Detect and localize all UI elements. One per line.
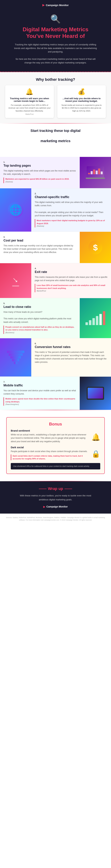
metric-6-title: Conversion funnel rates (35, 345, 108, 349)
metric-7-desc: You can track the browser and device you… (3, 389, 76, 396)
metric-1-visual (80, 157, 111, 188)
brand-sentiment-icon: 🔔 (91, 433, 100, 441)
metric-2-source: (Statista) (37, 225, 108, 227)
wrap-logo: ▶ Campaign Monitor (5, 505, 106, 508)
tracking-section: Start tracking these top digital marketi… (0, 124, 111, 157)
metric-7-source: (Searchengines) (5, 403, 76, 406)
why-cards: 🔔 Tracking metrics will warn you when ce… (5, 85, 106, 118)
funnel-visual (7, 351, 24, 364)
why-section: Why bother tracking? 🔔 Tracking metrics … (0, 72, 111, 123)
header: ▶ Campaign Monitor (0, 0, 111, 11)
metric-4-number: 4. (35, 268, 108, 270)
why-heading: Why bother tracking? (5, 77, 106, 82)
metric-3-desc: This metric is the average monthly cost … (3, 244, 76, 254)
metric-3-visual: $ (80, 232, 111, 263)
arrow-symbol: → (9, 273, 22, 286)
bar-6 (103, 311, 105, 325)
metric-4-desc: This metric measures the percent of visi… (35, 276, 108, 282)
dollar-icon: $ (88, 241, 102, 254)
globe-symbol: 🌐 (9, 204, 22, 216)
logo-icon: ▶ (43, 3, 45, 7)
metric-4-highlight: Less than 20% of small businesses use we… (35, 284, 108, 292)
bonus-item-2-text-col: People participate in dark social when t… (11, 450, 89, 460)
metric-7-visual (80, 377, 111, 410)
hero-section: 🔍 Digital Marketing Metrics You've Never… (0, 11, 111, 72)
tablet-screen (88, 388, 103, 399)
bonus-item-1-text-col: While not an actual metric, establishing… (11, 433, 89, 443)
metric-1-number: 1. (3, 161, 76, 163)
bonus-item-2: Dark social People participate in dark s… (11, 446, 100, 460)
metric-5-source: (Business) (5, 331, 76, 334)
bonus-item-2-row: People participate in dark social when t… (11, 450, 100, 460)
bonus-item-1-title: Brand sentiment (11, 429, 100, 432)
metric-4-source: MarketPost (37, 290, 108, 292)
metric-2-highlight: Most marketers report their digital mark… (35, 219, 108, 227)
bonus-section: Bonus Brand sentiment While not an actua… (6, 417, 105, 474)
metric-1-title: Top landing pages (3, 164, 76, 167)
metric-5-title: Lead to close ratio (3, 305, 76, 309)
bonus-item-2-text: People participate in dark social when t… (11, 450, 89, 453)
footer: Sources: Statista, MailerPost, MarketPos… (0, 514, 111, 524)
metric-6-content: 6. Conversion funnel rates This metric i… (31, 338, 111, 376)
bar-1 (85, 322, 88, 325)
metric-6-number: 6. (35, 342, 108, 344)
bars-chart (85, 311, 105, 325)
metric-1-content: 1. Top landing pages This digital market… (0, 157, 80, 188)
metric-7-content: 7. Mobile traffic You can track the brow… (0, 377, 80, 410)
funnel-level-5 (14, 362, 17, 364)
laptop-visual (84, 164, 107, 181)
hero-icon: 🔍 (7, 14, 104, 24)
metric-2-number: 2. (35, 192, 108, 194)
metric-card-4: → 4. Exit rate This metric measures the … (0, 263, 111, 298)
globe-icon: 🌐 (8, 202, 24, 218)
bonus-item-2-highlight: Dark social links don't contain referrer… (11, 455, 89, 460)
hero-subtitle: Tracking the right digital marketing met… (12, 43, 99, 65)
screen-graph (87, 166, 104, 175)
metric-3-number: 3. (3, 236, 76, 238)
bonus-item-1-row: While not an actual metric, establishing… (11, 433, 100, 443)
metric-6-visual (0, 338, 31, 376)
why-card-1-icon: 🔔 (8, 88, 51, 95)
metric-1-highlight: Marketers are expected to spend $45.39 b… (3, 178, 76, 183)
tracking-subheading: marketing metrics (3, 134, 108, 148)
wrap-text: With these metrics in your toolbox, you'… (16, 494, 95, 501)
dark-social-icon: 🔒 (91, 450, 100, 458)
metric-4-content: 4. Exit rate This metric measures the pe… (31, 263, 111, 298)
metric-card-7: 7. Mobile traffic You can track the brow… (0, 377, 111, 410)
metric-7-highlight: Mobile users spend more than double the … (3, 397, 76, 406)
laptop-screen (87, 166, 104, 178)
bonus-item-2-title: Dark social (11, 446, 100, 449)
metric-7-number: 7. (3, 381, 76, 383)
metric-4-title: Exit rate (35, 270, 108, 274)
bonus-item-1-text: While not an actual metric, establishing… (11, 433, 89, 443)
metric-2-visual: 🌐 (0, 188, 31, 231)
metric-5-number: 5. (3, 302, 76, 304)
wrap-logo-icon: ▶ (43, 505, 45, 508)
metric-card-6: 6. Conversion funnel rates This metric i… (0, 338, 111, 376)
metric-card-1: 1. Top landing pages This digital market… (0, 157, 111, 188)
metric-2-content: 2. Channel-specific traffic This digital… (31, 188, 111, 231)
arrow-visual: → (11, 275, 20, 286)
why-card-2: 💰 ...And will help you decide where to i… (57, 85, 106, 118)
bonus-title: Bonus (11, 422, 100, 427)
metric-3-content: 3. Cost per lead This metric is the aver… (0, 232, 80, 263)
logo-text: Campaign Monitor (46, 4, 69, 7)
metric-1-desc: This digital marketing metric will show … (3, 169, 76, 176)
funnel-level-3 (10, 356, 21, 359)
metric-card-5: 5. Lead to close ratio How many of those… (0, 298, 111, 338)
hero-title: Digital Marketing Metrics You've Never H… (7, 26, 104, 39)
tablet-visual (87, 387, 104, 400)
metric-2-desc: This digital marketing metric will show … (35, 201, 108, 217)
bar-2 (89, 320, 91, 325)
footer-text: Sources: Statista, MailerPost, MarketPos… (3, 516, 108, 521)
why-card-1-title: Tracking metrics will warn you when cert… (8, 97, 51, 102)
wrap-title: Wrap up (5, 487, 106, 491)
logo: ▶ Campaign Monitor (3, 3, 108, 7)
wrap-logo-text: Campaign Monitor (46, 505, 68, 508)
metric-4-visual: → (0, 263, 31, 298)
metric-card-3: 3. Cost per lead This metric is the aver… (0, 232, 111, 263)
metric-5-highlight: People convert on smartphones about half… (3, 326, 76, 334)
funnel-level-2 (9, 353, 23, 356)
metric-1-source: (Statista) (5, 181, 76, 183)
why-card-2-icon: 💰 (60, 88, 103, 95)
